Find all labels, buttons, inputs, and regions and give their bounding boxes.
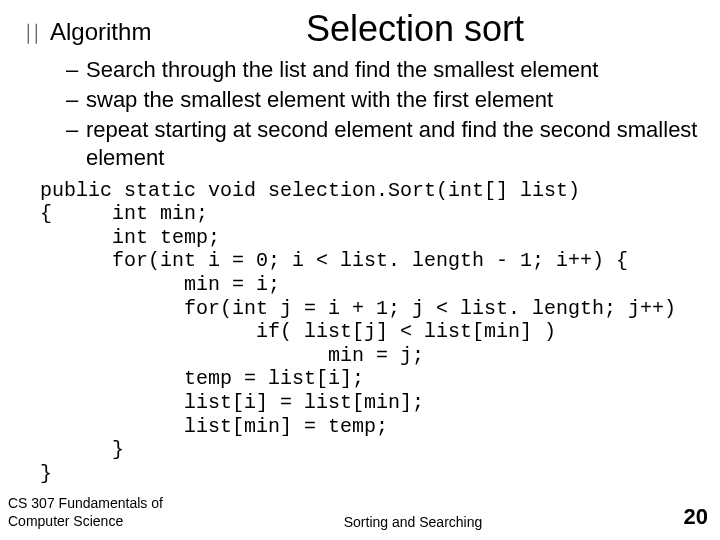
- code-block: public static void selection.Sort(int[] …: [40, 179, 700, 486]
- list-item: – Search through the list and find the s…: [66, 56, 700, 84]
- page-number: 20: [648, 504, 708, 530]
- footer-topic: Sorting and Searching: [178, 514, 648, 530]
- dash-icon: –: [66, 86, 86, 114]
- algorithm-label: Algorithm: [50, 18, 151, 46]
- step-list: – Search through the list and find the s…: [66, 56, 700, 173]
- list-item: – repeat starting at second element and …: [66, 116, 700, 172]
- step-text: Search through the list and find the sma…: [86, 56, 700, 84]
- dash-icon: –: [66, 56, 86, 84]
- step-text: swap the smallest element with the first…: [86, 86, 700, 114]
- dash-icon: –: [66, 116, 86, 172]
- chevron-icon: ❘❘: [24, 22, 41, 42]
- slide: Selection sort ❘❘ Algorithm – Search thr…: [0, 0, 720, 540]
- step-text: repeat starting at second element and fi…: [86, 116, 700, 172]
- footer-course: CS 307 Fundamentals of Computer Science: [8, 495, 178, 530]
- list-item: – swap the smallest element with the fir…: [66, 86, 700, 114]
- footer: CS 307 Fundamentals of Computer Science …: [8, 495, 708, 530]
